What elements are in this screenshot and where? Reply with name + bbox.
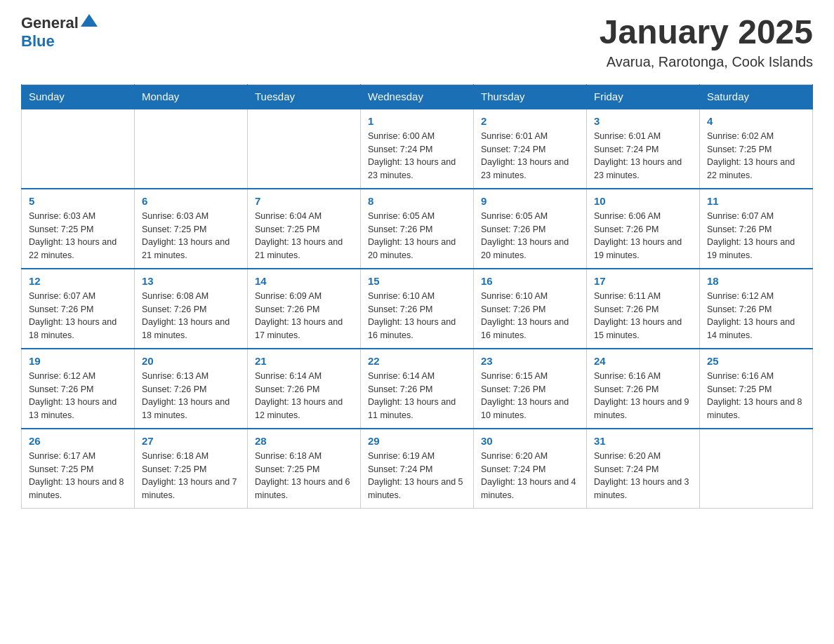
day-info: Sunrise: 6:08 AM Sunset: 7:26 PM Dayligh… <box>142 290 240 342</box>
calendar-cell: 21Sunrise: 6:14 AM Sunset: 7:26 PM Dayli… <box>248 349 361 429</box>
logo-general-text: General <box>21 14 79 32</box>
day-number: 21 <box>255 355 353 367</box>
day-info: Sunrise: 6:18 AM Sunset: 7:25 PM Dayligh… <box>255 450 353 502</box>
day-number: 27 <box>142 435 240 447</box>
calendar-cell: 28Sunrise: 6:18 AM Sunset: 7:25 PM Dayli… <box>248 429 361 509</box>
calendar-cell: 25Sunrise: 6:16 AM Sunset: 7:25 PM Dayli… <box>700 349 813 429</box>
day-info: Sunrise: 6:15 AM Sunset: 7:26 PM Dayligh… <box>481 370 579 422</box>
day-info: Sunrise: 6:18 AM Sunset: 7:25 PM Dayligh… <box>142 450 240 502</box>
calendar-cell: 15Sunrise: 6:10 AM Sunset: 7:26 PM Dayli… <box>361 269 474 349</box>
calendar-cell: 13Sunrise: 6:08 AM Sunset: 7:26 PM Dayli… <box>135 269 248 349</box>
calendar-week-row: 5Sunrise: 6:03 AM Sunset: 7:25 PM Daylig… <box>22 189 813 269</box>
day-number: 5 <box>29 195 127 207</box>
calendar-cell: 11Sunrise: 6:07 AM Sunset: 7:26 PM Dayli… <box>700 189 813 269</box>
day-info: Sunrise: 6:00 AM Sunset: 7:24 PM Dayligh… <box>368 130 466 182</box>
calendar-cell: 5Sunrise: 6:03 AM Sunset: 7:25 PM Daylig… <box>22 189 135 269</box>
day-info: Sunrise: 6:16 AM Sunset: 7:26 PM Dayligh… <box>594 370 692 422</box>
calendar-cell <box>22 109 135 189</box>
day-number: 22 <box>368 355 466 367</box>
calendar-cell: 27Sunrise: 6:18 AM Sunset: 7:25 PM Dayli… <box>135 429 248 509</box>
calendar-cell: 6Sunrise: 6:03 AM Sunset: 7:25 PM Daylig… <box>135 189 248 269</box>
day-number: 14 <box>255 275 353 287</box>
calendar-cell <box>700 429 813 509</box>
day-info: Sunrise: 6:07 AM Sunset: 7:26 PM Dayligh… <box>707 210 805 262</box>
month-title: January 2025 <box>600 14 813 51</box>
day-info: Sunrise: 6:01 AM Sunset: 7:24 PM Dayligh… <box>481 130 579 182</box>
calendar-cell: 12Sunrise: 6:07 AM Sunset: 7:26 PM Dayli… <box>22 269 135 349</box>
calendar-week-row: 19Sunrise: 6:12 AM Sunset: 7:26 PM Dayli… <box>22 349 813 429</box>
calendar-cell: 8Sunrise: 6:05 AM Sunset: 7:26 PM Daylig… <box>361 189 474 269</box>
calendar-cell: 14Sunrise: 6:09 AM Sunset: 7:26 PM Dayli… <box>248 269 361 349</box>
title-area: January 2025 Avarua, Rarotonga, Cook Isl… <box>600 14 813 70</box>
calendar-cell: 31Sunrise: 6:20 AM Sunset: 7:24 PM Dayli… <box>587 429 700 509</box>
calendar-day-header: Tuesday <box>248 84 361 109</box>
calendar-cell: 19Sunrise: 6:12 AM Sunset: 7:26 PM Dayli… <box>22 349 135 429</box>
day-number: 3 <box>594 115 692 127</box>
day-number: 24 <box>594 355 692 367</box>
calendar-cell: 16Sunrise: 6:10 AM Sunset: 7:26 PM Dayli… <box>474 269 587 349</box>
calendar-cell: 7Sunrise: 6:04 AM Sunset: 7:25 PM Daylig… <box>248 189 361 269</box>
calendar-day-header: Sunday <box>22 84 135 109</box>
day-number: 29 <box>368 435 466 447</box>
day-number: 4 <box>707 115 805 127</box>
calendar-cell: 10Sunrise: 6:06 AM Sunset: 7:26 PM Dayli… <box>587 189 700 269</box>
day-number: 15 <box>368 275 466 287</box>
calendar-cell: 4Sunrise: 6:02 AM Sunset: 7:25 PM Daylig… <box>700 109 813 189</box>
calendar-week-row: 1Sunrise: 6:00 AM Sunset: 7:24 PM Daylig… <box>22 109 813 189</box>
day-info: Sunrise: 6:04 AM Sunset: 7:25 PM Dayligh… <box>255 210 353 262</box>
day-number: 8 <box>368 195 466 207</box>
day-number: 7 <box>255 195 353 207</box>
day-info: Sunrise: 6:16 AM Sunset: 7:25 PM Dayligh… <box>707 370 805 422</box>
calendar-cell: 24Sunrise: 6:16 AM Sunset: 7:26 PM Dayli… <box>587 349 700 429</box>
day-info: Sunrise: 6:03 AM Sunset: 7:25 PM Dayligh… <box>29 210 127 262</box>
calendar-cell: 1Sunrise: 6:00 AM Sunset: 7:24 PM Daylig… <box>361 109 474 189</box>
day-info: Sunrise: 6:10 AM Sunset: 7:26 PM Dayligh… <box>481 290 579 342</box>
day-info: Sunrise: 6:02 AM Sunset: 7:25 PM Dayligh… <box>707 130 805 182</box>
day-info: Sunrise: 6:05 AM Sunset: 7:26 PM Dayligh… <box>368 210 466 262</box>
calendar-cell <box>135 109 248 189</box>
calendar-cell: 17Sunrise: 6:11 AM Sunset: 7:26 PM Dayli… <box>587 269 700 349</box>
day-number: 18 <box>707 275 805 287</box>
calendar-week-row: 12Sunrise: 6:07 AM Sunset: 7:26 PM Dayli… <box>22 269 813 349</box>
calendar-cell: 29Sunrise: 6:19 AM Sunset: 7:24 PM Dayli… <box>361 429 474 509</box>
day-info: Sunrise: 6:12 AM Sunset: 7:26 PM Dayligh… <box>707 290 805 342</box>
day-info: Sunrise: 6:01 AM Sunset: 7:24 PM Dayligh… <box>594 130 692 182</box>
day-number: 11 <box>707 195 805 207</box>
calendar-day-header: Monday <box>135 84 248 109</box>
day-number: 25 <box>707 355 805 367</box>
calendar-table: SundayMondayTuesdayWednesdayThursdayFrid… <box>21 84 813 509</box>
day-info: Sunrise: 6:06 AM Sunset: 7:26 PM Dayligh… <box>594 210 692 262</box>
calendar-day-header: Wednesday <box>361 84 474 109</box>
day-number: 10 <box>594 195 692 207</box>
day-info: Sunrise: 6:11 AM Sunset: 7:26 PM Dayligh… <box>594 290 692 342</box>
day-number: 28 <box>255 435 353 447</box>
day-number: 23 <box>481 355 579 367</box>
location-title: Avarua, Rarotonga, Cook Islands <box>600 54 813 70</box>
calendar-week-row: 26Sunrise: 6:17 AM Sunset: 7:25 PM Dayli… <box>22 429 813 509</box>
day-info: Sunrise: 6:20 AM Sunset: 7:24 PM Dayligh… <box>481 450 579 502</box>
day-info: Sunrise: 6:19 AM Sunset: 7:24 PM Dayligh… <box>368 450 466 502</box>
day-info: Sunrise: 6:12 AM Sunset: 7:26 PM Dayligh… <box>29 370 127 422</box>
calendar-day-header: Thursday <box>474 84 587 109</box>
day-number: 30 <box>481 435 579 447</box>
calendar-cell: 18Sunrise: 6:12 AM Sunset: 7:26 PM Dayli… <box>700 269 813 349</box>
day-number: 13 <box>142 275 240 287</box>
day-info: Sunrise: 6:03 AM Sunset: 7:25 PM Dayligh… <box>142 210 240 262</box>
calendar-cell: 20Sunrise: 6:13 AM Sunset: 7:26 PM Dayli… <box>135 349 248 429</box>
day-number: 26 <box>29 435 127 447</box>
day-number: 16 <box>481 275 579 287</box>
day-number: 2 <box>481 115 579 127</box>
day-number: 31 <box>594 435 692 447</box>
calendar-cell: 2Sunrise: 6:01 AM Sunset: 7:24 PM Daylig… <box>474 109 587 189</box>
day-info: Sunrise: 6:14 AM Sunset: 7:26 PM Dayligh… <box>368 370 466 422</box>
calendar-day-header: Saturday <box>700 84 813 109</box>
calendar-cell: 30Sunrise: 6:20 AM Sunset: 7:24 PM Dayli… <box>474 429 587 509</box>
day-info: Sunrise: 6:13 AM Sunset: 7:26 PM Dayligh… <box>142 370 240 422</box>
day-number: 1 <box>368 115 466 127</box>
page-header: General Blue January 2025 Avarua, Raroto… <box>21 14 813 70</box>
day-number: 12 <box>29 275 127 287</box>
calendar-cell <box>248 109 361 189</box>
day-number: 6 <box>142 195 240 207</box>
day-info: Sunrise: 6:07 AM Sunset: 7:26 PM Dayligh… <box>29 290 127 342</box>
day-number: 17 <box>594 275 692 287</box>
